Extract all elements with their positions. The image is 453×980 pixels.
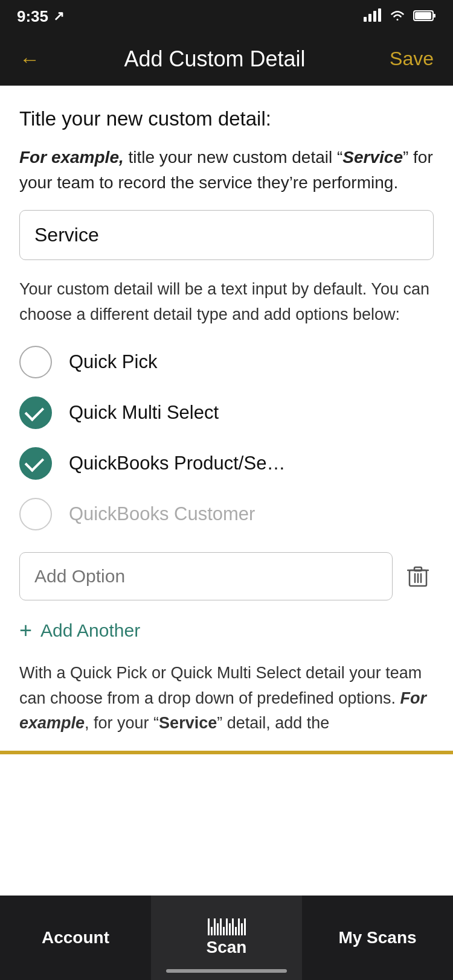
option-quickbooks-customer-label: QuickBooks Customer [69,503,255,525]
tab-account-label: Account [42,928,109,947]
location-icon: ↗ [53,8,64,24]
bar5 [220,918,222,935]
wifi-icon [389,7,406,26]
bottom-desc-part2: , for your “ [85,714,159,732]
bottom-description: With a Quick Pick or Quick Multi Select … [19,661,434,737]
yellow-strip [0,751,453,754]
back-button[interactable]: ← [19,49,40,69]
bar12 [241,923,243,935]
save-button[interactable]: Save [390,48,434,70]
option-quick-multi-select-radio[interactable] [19,396,52,429]
page-title: Add Custom Detail [124,46,305,72]
bar10 [235,927,237,935]
body-text: Your custom detail will be a text input … [19,277,434,328]
add-another-row[interactable]: + Add Another [19,620,434,641]
tab-scan-label: Scan [207,938,247,957]
option-quick-multi-select[interactable]: Quick Multi Select [19,396,434,429]
svg-rect-1 [368,14,371,22]
nav-bar: ← Add Custom Detail Save [0,33,453,86]
bar2 [211,927,213,935]
svg-rect-5 [415,12,431,19]
status-right [364,7,436,26]
bottom-desc-part3: ” detail, add the [217,714,329,732]
battery-icon [413,7,436,26]
bar7 [226,918,228,935]
tab-account[interactable]: Account [0,896,151,980]
main-content: Title your new custom detail: For exampl… [0,86,453,823]
option-quick-multi-select-label: Quick Multi Select [69,402,219,424]
add-option-row [19,552,434,600]
option-quickbooks-customer[interactable]: QuickBooks Customer [19,498,434,530]
option-quick-pick-label: Quick Pick [69,351,157,373]
tab-my-scans[interactable]: My Scans [302,896,453,980]
add-option-input[interactable] [19,552,393,600]
bottom-desc-part1: With a Quick Pick or Quick Multi Select … [19,664,422,707]
option-quick-pick-radio[interactable] [19,346,52,378]
svg-rect-3 [378,8,381,22]
tab-bar: Account Scan My Scans [0,896,453,980]
description-text: For example, title your new custom detai… [19,145,434,196]
option-quick-pick[interactable]: Quick Pick [19,346,434,378]
scan-tab-content: Scan [207,918,247,957]
description-middle: title your new custom detail “ [129,148,343,167]
trash-icon[interactable] [402,561,434,592]
option-quickbooks-product[interactable]: QuickBooks Product/Se… [19,447,434,480]
add-another-label: Add Another [40,620,140,641]
home-indicator [166,969,287,973]
for-example-bold: For example, [19,148,124,167]
barcode-visual [208,918,246,935]
service-bold: Service [342,148,403,167]
svg-rect-0 [364,17,367,22]
options-list: Quick Pick Quick Multi Select QuickBooks… [19,346,434,530]
svg-rect-2 [373,11,376,22]
option-quickbooks-product-label: QuickBooks Product/Se… [69,453,285,474]
custom-detail-title-input[interactable] [19,210,434,260]
bottom-desc-service: Service [159,714,217,732]
signal-icon [364,7,382,26]
status-time: 9:35 [17,7,48,26]
bar1 [208,918,210,935]
bar9 [232,918,234,935]
bar8 [229,923,231,935]
option-quickbooks-product-radio[interactable] [19,447,52,480]
bar13 [244,918,246,935]
option-quickbooks-customer-radio[interactable] [19,498,52,530]
status-left: 9:35 ↗ [17,7,64,26]
tab-scan[interactable]: Scan [151,896,302,980]
tab-my-scans-label: My Scans [338,928,416,947]
bar6 [223,927,225,935]
add-another-plus-icon: + [19,620,32,641]
bar11 [238,918,240,935]
svg-rect-6 [433,14,435,18]
bar3 [214,918,216,935]
status-bar: 9:35 ↗ [0,0,453,33]
section-title: Title your new custom detail: [19,107,434,130]
bar4 [217,923,219,935]
